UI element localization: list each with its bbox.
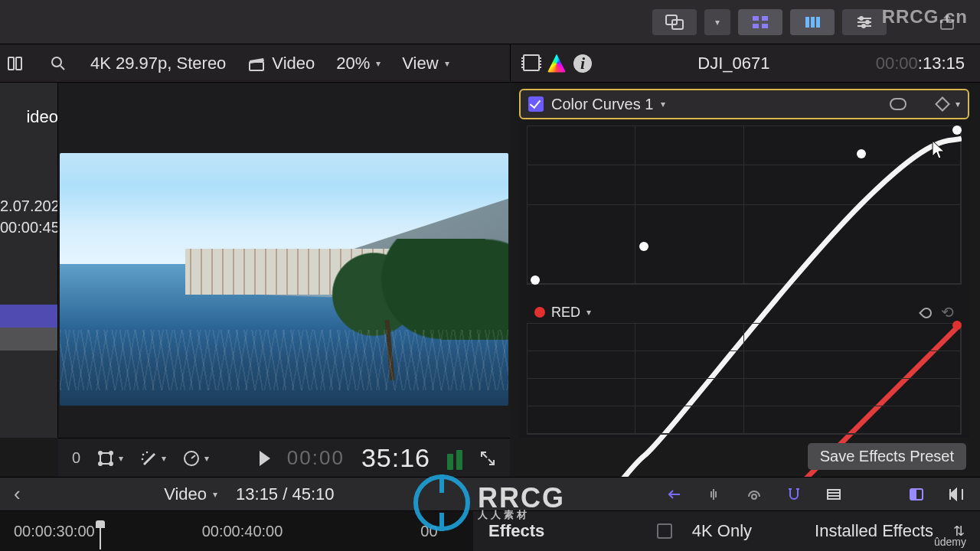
ruler-tick-label: 00	[420, 523, 437, 540]
expand-icon	[479, 450, 496, 467]
svg-point-24	[142, 458, 144, 460]
workspace-columns-button[interactable]	[790, 9, 835, 35]
effect-enable-checkbox[interactable]	[528, 96, 544, 112]
curve-point[interactable]	[857, 149, 866, 158]
wand-icon	[140, 450, 157, 467]
clip-format-label: 4K 29.97p, Stereo	[90, 54, 226, 73]
luma-curve-graph[interactable]	[527, 126, 962, 285]
svg-point-11	[862, 24, 865, 28]
curve-point[interactable]	[952, 126, 962, 135]
svg-point-23	[146, 451, 149, 453]
video-tab-icon[interactable]	[523, 54, 540, 71]
svg-rect-5	[762, 24, 768, 28]
browser-selected-row[interactable]	[0, 305, 57, 328]
chevron-down-icon: ▾	[162, 453, 166, 464]
curve-point[interactable]	[952, 321, 962, 330]
display-mode-dropdown[interactable]: ▾	[704, 9, 730, 35]
viewer-tc-main: 35:16	[361, 443, 430, 473]
index-clip-dropdown[interactable]: Video ▾	[164, 484, 217, 504]
library-icon[interactable]	[5, 53, 26, 74]
channel-label: RED	[551, 305, 580, 321]
save-effects-preset-button[interactable]: Save Effects Preset	[808, 443, 966, 470]
filter-4k-checkbox[interactable]	[657, 523, 672, 539]
effect-title-bar[interactable]: Color Curves 1 ▾ ▾	[519, 89, 969, 119]
effects-title: Effects	[488, 521, 544, 541]
overlap-icon	[665, 15, 684, 30]
audio-skimming-toggle[interactable]	[704, 484, 724, 504]
viewer-canvas[interactable]	[58, 83, 510, 438]
solo-toggle[interactable]	[744, 484, 764, 504]
keyframe-icon[interactable]	[935, 96, 950, 112]
filter-installed-label: Installed Effects	[815, 521, 933, 541]
search-icon[interactable]	[47, 53, 69, 74]
ruler-tick-label: 00:00:30:00	[14, 523, 95, 540]
color-tab-icon[interactable]	[547, 54, 566, 73]
view-dropdown[interactable]: View ▾	[402, 54, 449, 73]
index-prev-button[interactable]: ‹	[14, 482, 21, 506]
effects-browser-toggle[interactable]	[906, 484, 926, 504]
workspace-sliders-button[interactable]	[842, 9, 887, 35]
zoom-value: 20%	[336, 54, 370, 73]
chevron-down-icon[interactable]: ▾	[956, 99, 960, 109]
watermark-top: RRCG.cn	[882, 6, 968, 28]
svg-rect-2	[753, 16, 759, 21]
svg-point-20	[99, 462, 102, 465]
play-button[interactable]	[260, 451, 270, 466]
info-tab-icon[interactable]: i	[573, 54, 592, 73]
retime-tool[interactable]: ▾	[183, 450, 209, 467]
top-icon-bar: ▾ RRCG.cn	[0, 0, 980, 44]
mask-icon[interactable]	[890, 98, 906, 110]
effect-name-label: Color Curves 1	[551, 96, 653, 113]
audio-meter-icon	[447, 447, 462, 470]
mouse-cursor-icon	[932, 140, 946, 160]
svg-rect-14	[16, 57, 21, 70]
chevron-down-icon[interactable]: ▾	[586, 307, 591, 318]
zoom-dropdown[interactable]: 20% ▾	[336, 54, 381, 73]
svg-point-18	[99, 452, 102, 455]
index-clip-label: Video	[164, 484, 207, 504]
transform-tool[interactable]: ▾	[97, 450, 123, 467]
svg-point-19	[109, 452, 113, 455]
enhance-tool[interactable]: ▾	[140, 450, 166, 467]
browser-row[interactable]	[0, 328, 57, 350]
svg-rect-27	[828, 490, 840, 499]
clip-mode-label: Video	[272, 54, 315, 73]
display-mode-button[interactable]	[652, 9, 697, 35]
red-channel-dot	[534, 307, 545, 318]
svg-rect-13	[8, 57, 14, 70]
browser-duration: 00:00:45:1	[0, 219, 58, 236]
clip-mode-dropdown[interactable]: Video	[247, 54, 315, 73]
workspace-tiles-button[interactable]	[738, 9, 782, 35]
ruler-tick-label: 00:00:40:00	[202, 523, 283, 540]
chevron-down-icon: ▾	[715, 17, 720, 28]
svg-point-21	[109, 462, 113, 465]
eyedropper-icon[interactable]	[920, 305, 935, 320]
curve-point[interactable]	[639, 242, 648, 251]
filter-4k-label: 4K Only	[692, 521, 752, 541]
effects-browser-bar: Effects 4K Only Installed Effects ⇅	[473, 510, 980, 551]
sliders-icon	[856, 15, 873, 30]
crop-icon	[97, 450, 114, 467]
reset-icon[interactable]: ⟲	[941, 303, 954, 321]
fullscreen-button[interactable]	[479, 450, 496, 467]
curve-point[interactable]	[531, 276, 540, 285]
skimming-toggle[interactable]	[665, 484, 684, 504]
svg-point-10	[866, 21, 869, 24]
grid-tiles-icon	[751, 15, 769, 30]
timeline-ruler[interactable]: 00:00:30:00 00:00:40:00 00	[0, 510, 473, 551]
viewer-panel: 0 ▾ ▾ ▾ 00:00 35:16	[58, 83, 510, 478]
chevron-down-icon[interactable]: ▾	[661, 99, 665, 109]
columns-icon	[803, 15, 822, 30]
browser-heading: ideo	[0, 107, 58, 127]
filmstrip-toggle[interactable]	[824, 484, 844, 504]
red-curve-graph[interactable]	[527, 323, 962, 435]
svg-rect-29	[910, 489, 916, 500]
transitions-browser-toggle[interactable]	[946, 484, 966, 504]
color-curves-panel: RED ▾ ⟲	[519, 122, 969, 438]
view-label: View	[402, 54, 438, 73]
chevron-down-icon: ▾	[445, 58, 449, 69]
snapping-toggle[interactable]	[784, 484, 804, 504]
timeline-tools-bar	[473, 477, 980, 510]
playhead[interactable]	[100, 527, 101, 549]
channel-selector-row: RED ▾ ⟲	[534, 302, 954, 323]
